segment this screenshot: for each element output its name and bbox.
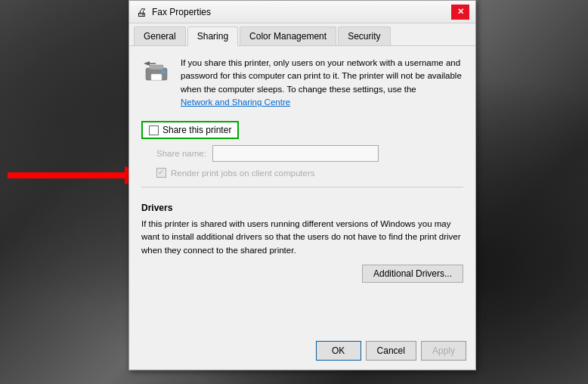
render-checkbox (156, 168, 166, 178)
info-section: If you share this printer, only users on… (141, 57, 463, 109)
render-row: Render print jobs on client computers (156, 168, 463, 178)
title-bar: 🖨 Fax Properties ✕ (129, 1, 475, 23)
share-printer-checkbox[interactable] (149, 125, 159, 135)
tab-sharing[interactable]: Sharing (187, 26, 238, 46)
title-bar-left: 🖨 Fax Properties (135, 6, 211, 18)
svg-rect-4 (151, 74, 162, 80)
ok-button[interactable]: OK (316, 341, 361, 361)
additional-drivers-button[interactable]: Additional Drivers... (362, 265, 463, 283)
share-printer-label: Share this printer (162, 125, 231, 135)
drivers-section: Drivers If this printer is shared with u… (141, 203, 463, 283)
dialog-icon: 🖨 (135, 6, 147, 18)
network-sharing-centre-link[interactable]: Network and Sharing Centre (181, 98, 290, 107)
drivers-title: Drivers (141, 203, 463, 213)
share-name-input[interactable] (212, 145, 379, 162)
render-label: Render print jobs on client computers (171, 169, 315, 178)
fax-properties-dialog: 🖨 Fax Properties ✕ General Sharing Color… (128, 0, 476, 370)
close-button[interactable]: ✕ (451, 5, 469, 20)
tab-content: If you share this printer, only users on… (129, 46, 475, 293)
svg-rect-3 (150, 65, 163, 70)
printer-share-icon (141, 57, 172, 87)
sharing-info-text: If you share this printer, only users on… (181, 57, 463, 109)
tab-color-management[interactable]: Color Management (240, 26, 336, 45)
tab-security[interactable]: Security (338, 26, 390, 45)
svg-point-5 (162, 70, 165, 73)
drivers-text: If this printer is shared with users run… (141, 218, 463, 257)
dialog-buttons: OK Cancel Apply (316, 341, 466, 361)
tab-bar: General Sharing Color Management Securit… (129, 23, 475, 46)
cancel-button[interactable]: Cancel (366, 341, 416, 361)
tab-general[interactable]: General (134, 26, 186, 45)
share-name-row: Share name: (156, 145, 463, 162)
share-checkbox-highlight: Share this printer (141, 121, 239, 139)
dialog-title: Fax Properties (152, 7, 211, 17)
section-separator (141, 187, 463, 187)
apply-button[interactable]: Apply (421, 341, 466, 361)
share-name-label: Share name: (156, 149, 206, 158)
share-checkbox-row: Share this printer (141, 121, 463, 139)
share-section: Share this printer Share name: Render pr… (141, 121, 463, 178)
